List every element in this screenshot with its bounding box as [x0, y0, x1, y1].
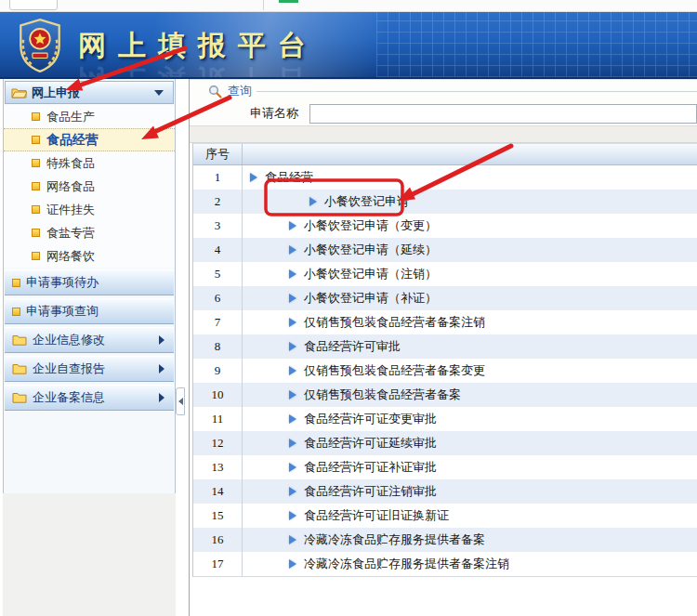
application-link[interactable]: 仅销售预包装食品经营者备案变更 — [243, 362, 485, 379]
table-row: 17 冷藏冷冻食品贮存服务提供者备案注销 — [193, 552, 697, 576]
table-row: 1 食品经营 — [193, 165, 697, 190]
sidebar-sub-item[interactable]: 证件挂失 — [4, 198, 175, 221]
application-label: 仅销售预包装食品经营者备案注销 — [304, 314, 485, 331]
serial-cell: 2 — [193, 190, 243, 214]
application-link[interactable]: 食品经营许可审批 — [243, 338, 401, 355]
square-bullet-icon — [32, 205, 40, 214]
table-bottom-border — [193, 576, 697, 577]
table-row: 3 小餐饮登记申请（变更） — [193, 214, 697, 238]
chevron-right-icon — [159, 335, 164, 345]
sidebar-sub-item[interactable]: 食品经营 — [4, 128, 175, 151]
triangle-bullet-icon — [289, 366, 296, 375]
application-link[interactable]: 食品经营 — [243, 169, 313, 186]
triangle-bullet-icon — [289, 511, 296, 520]
application-link[interactable]: 小餐饮登记申请（变更） — [243, 217, 437, 234]
application-link[interactable]: 食品经营许可证旧证换新证 — [243, 507, 449, 524]
application-link[interactable]: 冷藏冷冻食品贮存服务提供者备案 — [243, 531, 485, 548]
sidebar-sub-label: 网络餐饮 — [46, 248, 95, 265]
sidebar-group-label: 企业备案信息 — [33, 389, 153, 406]
query-section-label[interactable]: 查询 — [228, 83, 252, 99]
table-row: 13 食品经营许可证补证审批 — [193, 455, 697, 479]
application-link[interactable]: 小餐饮登记申请 — [243, 193, 409, 210]
application-link[interactable]: 仅销售预包装食品经营者备案注销 — [243, 314, 485, 331]
serial-cell: 16 — [193, 528, 243, 552]
sidebar-sub-item[interactable]: 食盐专营 — [4, 221, 175, 244]
application-label: 小餐饮登记申请（延续） — [304, 242, 437, 258]
sidebar-empty-area — [3, 493, 176, 616]
name-cell: 食品经营许可证注销审批 — [243, 479, 697, 504]
application-link[interactable]: 小餐饮登记申请（注销） — [243, 266, 437, 282]
application-label: 小餐饮登记申请（变更） — [304, 217, 437, 234]
application-label: 食品经营许可证旧证换新证 — [304, 507, 449, 524]
query-panel: 查询 申请名称 — [190, 79, 697, 125]
square-bullet-icon — [32, 252, 40, 260]
name-cell: 食品经营许可证变更审批 — [243, 407, 697, 431]
sidebar-group-item[interactable]: 企业自查报告 — [5, 356, 174, 382]
serial-cell: 10 — [193, 383, 243, 407]
sidebar-group-item[interactable]: 企业信息修改 — [5, 327, 174, 353]
application-label: 食品经营 — [265, 169, 313, 186]
table-row: 14 食品经营许可证注销审批 — [193, 479, 697, 504]
sidebar-group-list: 申请事项待办 申请事项查询 企业信息修改 企业自查报告 企业备案信息 — [4, 269, 175, 411]
tab-divider — [263, 0, 264, 10]
sidebar-sub-label: 证件挂失 — [46, 202, 95, 218]
name-cell: 仅销售预包装食品经营者备案变更 — [243, 359, 697, 383]
sidebar-sub-label: 食品经营 — [46, 132, 99, 149]
square-bullet-icon — [32, 112, 40, 121]
sidebar-group-item[interactable]: 企业备案信息 — [5, 385, 174, 411]
sidebar-collapse-handle[interactable] — [176, 387, 185, 415]
application-label: 仅销售预包装食品经营者备案变更 — [304, 362, 485, 379]
name-cell: 小餐饮登记申请 — [243, 190, 697, 214]
sidebar-sub-item[interactable]: 食品生产 — [4, 105, 175, 128]
badge-emblem-icon — [15, 18, 65, 73]
name-cell: 食品经营许可证补证审批 — [243, 455, 697, 479]
page-title: 网上填报平台 — [78, 27, 318, 65]
table-row: 15 食品经营许可证旧证换新证 — [193, 504, 697, 528]
table-row: 9 仅销售预包装食品经营者备案变更 — [193, 359, 697, 383]
name-cell: 食品经营许可证旧证换新证 — [243, 504, 697, 528]
sidebar-group-item[interactable]: 申请事项待办 — [5, 269, 174, 295]
name-cell: 食品经营许可审批 — [243, 334, 697, 359]
sidebar-root-label: 网上申报 — [32, 85, 150, 101]
application-name-input[interactable] — [309, 104, 697, 124]
application-link[interactable]: 食品经营许可证变更审批 — [243, 411, 437, 427]
active-tab-indicator — [279, 0, 298, 3]
square-bullet-icon — [32, 182, 40, 190]
application-label: 食品经营许可证补证审批 — [304, 459, 437, 476]
table-row: 12 食品经营许可证延续审批 — [193, 431, 697, 455]
yellow-square-icon — [12, 279, 20, 287]
triangle-bullet-icon — [250, 173, 257, 182]
table-row: 5 小餐饮登记申请（注销） — [193, 262, 697, 286]
browser-tab-remnant[interactable] — [9, 0, 58, 10]
sidebar-sub-list: 食品生产 食品经营 特殊食品 网络食品 证件挂失 食盐专营 网络餐饮 — [4, 105, 175, 268]
application-link[interactable]: 食品经营许可证注销审批 — [243, 483, 437, 500]
application-link[interactable]: 食品经营许可证补证审批 — [243, 459, 437, 476]
sidebar-group-item[interactable]: 申请事项查询 — [5, 298, 174, 324]
triangle-bullet-icon — [309, 197, 317, 206]
sidebar-root-online-declare[interactable]: 网上申报 — [5, 81, 174, 104]
table-row: 7 仅销售预包装食品经营者备案注销 — [193, 310, 697, 334]
triangle-bullet-icon — [289, 535, 296, 544]
triangle-bullet-icon — [289, 487, 296, 496]
application-label: 食品经营许可审批 — [304, 338, 401, 355]
search-icon — [208, 85, 222, 98]
chevron-right-icon — [159, 393, 164, 402]
sidebar-sub-item[interactable]: 特殊食品 — [4, 151, 175, 175]
closed-folder-icon — [12, 334, 27, 346]
triangle-bullet-icon — [289, 318, 296, 327]
closed-folder-icon — [12, 363, 27, 374]
application-link[interactable]: 仅销售预包装食品经营者备案 — [243, 387, 461, 403]
sidebar-sub-item[interactable]: 网络食品 — [4, 175, 175, 198]
application-link[interactable]: 食品经营许可证延续审批 — [243, 435, 437, 452]
name-cell: 食品经营许可证延续审批 — [243, 431, 697, 455]
application-link[interactable]: 小餐饮登记申请（补证） — [243, 290, 437, 307]
name-cell: 小餐饮登记申请（变更） — [243, 214, 697, 238]
panel-gap — [190, 125, 697, 143]
sidebar-sub-item[interactable]: 网络餐饮 — [4, 244, 175, 268]
sidebar-group-label: 企业自查报告 — [33, 360, 153, 377]
main-panel: 查询 申请名称 序号 1 食品经营 2 小餐饮登记申请 — [189, 79, 697, 616]
application-link[interactable]: 冷藏冷冻食品贮存服务提供者备案注销 — [243, 556, 509, 572]
application-link[interactable]: 小餐饮登记申请（延续） — [243, 242, 437, 258]
sidebar-sub-label: 网络食品 — [46, 178, 95, 195]
sidebar-sub-label: 特殊食品 — [46, 155, 95, 172]
